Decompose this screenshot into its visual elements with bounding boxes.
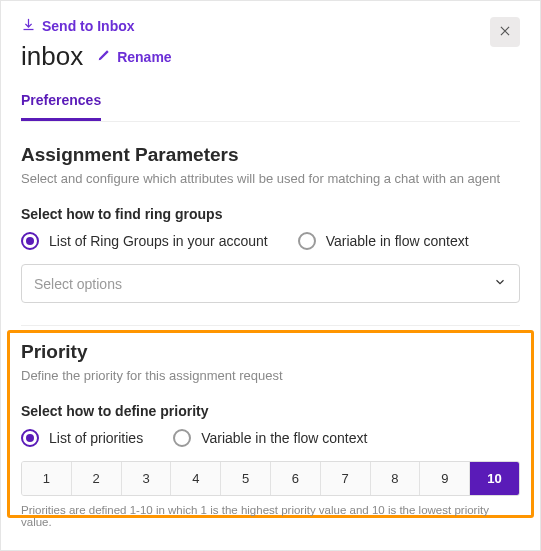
pencil-icon <box>97 48 111 65</box>
assignment-heading: Assignment Parameters <box>21 144 520 166</box>
rename-label: Rename <box>117 49 171 65</box>
assignment-section: Assignment Parameters Select and configu… <box>21 144 520 326</box>
priority-cell-8[interactable]: 8 <box>371 462 421 495</box>
chevron-down-icon <box>493 275 507 292</box>
priority-footnote: Priorities are defined 1-10 in which 1 i… <box>21 504 520 528</box>
priority-section: Priority Define the priority for this as… <box>21 341 520 528</box>
priority-grid: 12345678910 <box>21 461 520 496</box>
priority-cell-2[interactable]: 2 <box>72 462 122 495</box>
tabs: Preferences <box>21 86 520 122</box>
priority-cell-10[interactable]: 10 <box>470 462 519 495</box>
radio-icon <box>298 232 316 250</box>
radio-icon <box>21 429 39 447</box>
ring-select[interactable]: Select options <box>21 264 520 303</box>
priority-cell-6[interactable]: 6 <box>271 462 321 495</box>
close-icon <box>498 24 512 41</box>
ring-groups-sub: Select how to find ring groups <box>21 206 520 222</box>
priority-sub: Select how to define priority <box>21 403 520 419</box>
ring-variable-radio[interactable]: Variable in flow context <box>298 232 469 250</box>
priority-cell-9[interactable]: 9 <box>420 462 470 495</box>
download-icon <box>21 17 36 35</box>
send-to-inbox-label: Send to Inbox <box>42 18 135 34</box>
send-to-inbox-link[interactable]: Send to Inbox <box>21 17 172 35</box>
ring-select-placeholder: Select options <box>34 276 122 292</box>
priority-cell-7[interactable]: 7 <box>321 462 371 495</box>
radio-icon <box>21 232 39 250</box>
radio-icon <box>173 429 191 447</box>
priority-variable-label: Variable in the flow context <box>201 430 367 446</box>
rename-button[interactable]: Rename <box>97 48 171 65</box>
priority-cell-4[interactable]: 4 <box>171 462 221 495</box>
priority-desc: Define the priority for this assignment … <box>21 367 520 385</box>
priority-cell-1[interactable]: 1 <box>22 462 72 495</box>
ring-list-label: List of Ring Groups in your account <box>49 233 268 249</box>
page-title: inbox <box>21 41 83 72</box>
priority-variable-radio[interactable]: Variable in the flow context <box>173 429 367 447</box>
ring-variable-label: Variable in flow context <box>326 233 469 249</box>
close-button[interactable] <box>490 17 520 47</box>
tab-preferences[interactable]: Preferences <box>21 86 101 121</box>
priority-heading: Priority <box>21 341 520 363</box>
priority-cell-3[interactable]: 3 <box>122 462 172 495</box>
ring-list-radio[interactable]: List of Ring Groups in your account <box>21 232 268 250</box>
priority-list-label: List of priorities <box>49 430 143 446</box>
priority-cell-5[interactable]: 5 <box>221 462 271 495</box>
divider <box>21 325 520 326</box>
priority-list-radio[interactable]: List of priorities <box>21 429 143 447</box>
assignment-desc: Select and configure which attributes wi… <box>21 170 520 188</box>
